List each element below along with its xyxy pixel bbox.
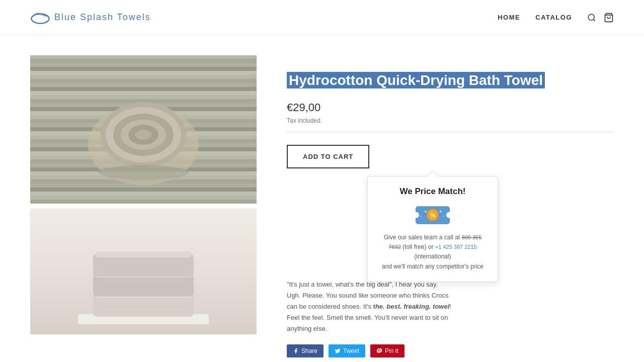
popup-text: Give our sales team a call at 800 365 76… [378,233,488,272]
product-title: Hydrocotton Quick-Drying Bath Towel [287,70,614,91]
add-to-cart-button[interactable]: ADD TO CART [287,145,369,168]
towel-roll-illustration [78,64,209,195]
svg-text:★: ★ [439,210,442,213]
svg-text:★: ★ [424,210,427,213]
site-header: Blue Splash Towels HOME CATALOG [0,0,644,35]
popup-text-line4: and we'll match any competitor's price [382,263,484,270]
desc-em: the. best. freaking. towel [373,303,450,310]
cart-button[interactable] [604,13,614,23]
svg-point-1 [588,14,594,20]
desc-line3a: can be considered shoes. It's [287,303,373,310]
popup-arrow [428,171,438,176]
product-price: €29,00 [287,101,614,114]
logo-text: Blue Splash Towels [54,12,151,23]
nav-home[interactable]: HOME [498,14,520,21]
pinterest-icon [376,348,382,354]
cart-icon [604,13,614,23]
nav-catalog[interactable]: CATALOG [535,14,572,21]
logo[interactable]: Blue Splash Towels [30,10,151,25]
coupon-percent-icon: % ★ ★ ✦ ✦ [415,203,450,228]
product-image-bottom [30,209,257,334]
popup-text-line3: (international) [414,253,451,260]
product-image-top [30,55,257,204]
price-match-popup: We Price Match! % ★ ★ ✦ ✦ [367,176,498,282]
logo-icon [30,10,50,25]
svg-text:✦: ✦ [442,215,444,218]
twitter-icon [335,348,341,354]
popup-text-line2: (toll free) or [401,243,435,250]
main-content: Hydrocotton Quick-Drying Bath Towel €29,… [0,35,644,362]
search-button[interactable] [587,13,596,22]
popup-phone-intl: +1 425 387 2215 [435,244,477,250]
popup-text-line1: Give our sales team a call at [384,234,462,241]
desc-line5: anything else. [287,325,327,332]
price-divider [287,132,614,132]
share-buttons: Share Tweet Pin it [287,344,614,357]
product-title-text: Hydrocotton Quick-Drying Bath Towel [287,72,545,88]
share-facebook-label: Share [301,347,317,354]
main-nav: HOME CATALOG [498,13,614,23]
search-icon [587,13,596,22]
svg-text:%: % [430,212,435,218]
share-pinterest-label: Pin it [385,347,398,354]
facebook-icon [293,348,299,354]
svg-point-11 [98,165,189,180]
share-twitter-label: Tweet [343,347,359,354]
product-info: Hydrocotton Quick-Drying Bath Towel €29,… [287,55,614,357]
share-twitter-button[interactable]: Tweet [329,344,365,357]
tax-info: Tax included. [287,117,614,124]
share-pinterest-button[interactable]: Pin it [370,344,405,357]
product-description: "It's just a towel, what's the big deal"… [287,279,614,334]
product-images [30,55,257,357]
popup-title: We Price Match! [378,187,488,197]
share-facebook-button[interactable]: Share [287,344,324,357]
svg-text:✦: ✦ [420,215,422,218]
svg-line-2 [593,19,595,21]
svg-rect-18 [96,251,191,257]
desc-line3b: ! [449,303,451,310]
stacked-towels-illustration [68,229,219,329]
svg-point-10 [135,130,151,140]
desc-line2: Ugh. Please. You sound like someone who … [287,292,449,299]
desc-line4: Feel the feel. Smell the smell. You'll n… [287,314,448,321]
product-title-wrapper: Hydrocotton Quick-Drying Bath Towel [287,70,614,91]
